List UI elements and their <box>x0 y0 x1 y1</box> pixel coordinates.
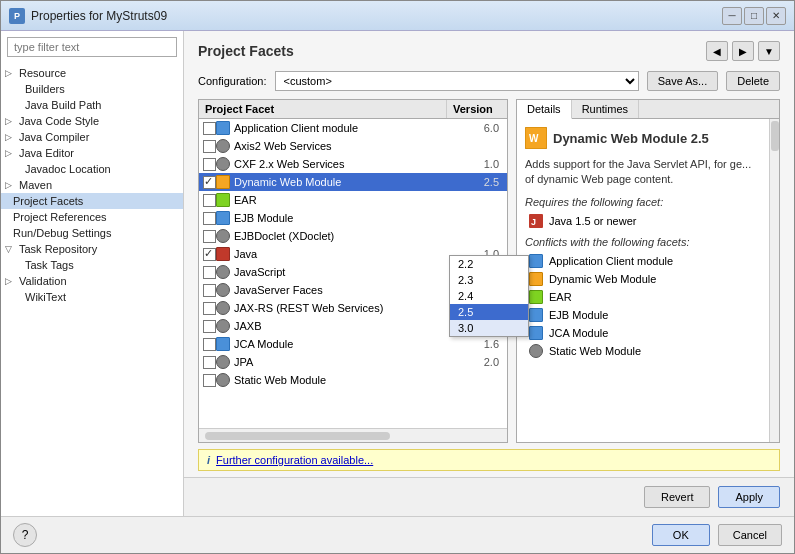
apply-button[interactable]: Apply <box>718 486 780 508</box>
version-option-22[interactable]: 2.2 <box>450 256 528 272</box>
sidebar-item-run-debug[interactable]: Run/Debug Settings <box>1 225 183 241</box>
window-icon: P <box>9 8 25 24</box>
sidebar-item-wikitext[interactable]: WikiText <box>1 289 183 305</box>
expand-icon: ▷ <box>5 68 15 78</box>
minimize-button[interactable]: ─ <box>722 7 742 25</box>
conflicts-item-ear: EAR <box>525 288 761 306</box>
sidebar-item-java-code-style[interactable]: ▷ Java Code Style <box>1 113 183 129</box>
main-window: P Properties for MyStruts09 ─ □ ✕ ▷ Reso… <box>0 0 795 554</box>
tab-details[interactable]: Details <box>517 100 572 119</box>
facets-area: Project Facet Version Application Client… <box>198 99 780 443</box>
facet-checkbox-jaxrs[interactable] <box>203 302 216 315</box>
facet-row-app-client[interactable]: Application Client module 6.0 <box>199 119 507 137</box>
nav-back-button[interactable]: ◀ <box>706 41 728 61</box>
tab-runtimes[interactable]: Runtimes <box>572 100 639 118</box>
conflicts-item-app-client: Application Client module <box>525 252 761 270</box>
facet-row-ejbdoclet[interactable]: EJBDoclet (XDoclet) <box>199 227 507 245</box>
jpa-icon <box>216 355 230 369</box>
version-option-24[interactable]: 2.4 <box>450 288 528 304</box>
version-option-23[interactable]: 2.3 <box>450 272 528 288</box>
sidebar-item-javadoc[interactable]: Javadoc Location <box>1 161 183 177</box>
facets-table: Project Facet Version Application Client… <box>198 99 508 443</box>
further-config-link[interactable]: Further configuration available... <box>216 454 373 466</box>
facet-row-static-web[interactable]: Static Web Module <box>199 371 507 389</box>
help-button[interactable]: ? <box>13 523 37 547</box>
expand-icon: ▷ <box>5 148 15 158</box>
java-icon <box>216 247 230 261</box>
conflicts-item-static-web: Static Web Module <box>525 342 761 360</box>
filter-input[interactable] <box>7 37 177 57</box>
sidebar-item-resource[interactable]: ▷ Resource <box>1 65 183 81</box>
facet-checkbox-jpa[interactable] <box>203 356 216 369</box>
facet-row-cxf[interactable]: CXF 2.x Web Services 1.0 <box>199 155 507 173</box>
save-as-button[interactable]: Save As... <box>647 71 719 91</box>
revert-button[interactable]: Revert <box>644 486 710 508</box>
footer-buttons: OK Cancel <box>652 524 782 546</box>
nav-menu-button[interactable]: ▼ <box>758 41 780 61</box>
facet-checkbox-app-client[interactable] <box>203 122 216 135</box>
sidebar-item-task-tags[interactable]: Task Tags <box>1 257 183 273</box>
ok-button[interactable]: OK <box>652 524 710 546</box>
sidebar-item-project-references[interactable]: Project References <box>1 209 183 225</box>
facet-row-jpa[interactable]: JPA 2.0 <box>199 353 507 371</box>
facet-checkbox-ear[interactable] <box>203 194 216 207</box>
sidebar-item-task-repository[interactable]: ▽ Task Repository <box>1 241 183 257</box>
expand-icon: ▷ <box>5 180 15 190</box>
web-icon <box>216 175 230 189</box>
details-scrollbar[interactable] <box>769 119 779 442</box>
nav-forward-button[interactable]: ▶ <box>732 41 754 61</box>
delete-button[interactable]: Delete <box>726 71 780 91</box>
gear-icon <box>529 344 543 358</box>
details-title: W Dynamic Web Module 2.5 <box>525 127 761 149</box>
version-dropdown: 2.2 2.3 2.4 2.5 3.0 <box>449 255 529 337</box>
facet-row-dynamic-web[interactable]: Dynamic Web Module 2.5 <box>199 173 507 191</box>
java-req-icon: J <box>529 214 543 228</box>
sidebar-item-builders[interactable]: Builders <box>1 81 183 97</box>
sidebar-item-project-facets[interactable]: Project Facets <box>1 193 183 209</box>
version-option-30[interactable]: 3.0 <box>450 320 528 336</box>
cancel-button[interactable]: Cancel <box>718 524 782 546</box>
config-row: Configuration: <custom> Save As... Delet… <box>184 67 794 99</box>
facet-row-jca[interactable]: JCA Module 1.6 <box>199 335 507 353</box>
col-header-version: Version <box>447 100 507 118</box>
col-header-facet: Project Facet <box>199 100 447 118</box>
dynamic-web-icon: W <box>525 127 547 149</box>
facet-checkbox-java[interactable] <box>203 248 216 261</box>
facet-row-ear[interactable]: EAR <box>199 191 507 209</box>
facet-checkbox-cxf[interactable] <box>203 158 216 171</box>
gear-icon <box>216 301 230 315</box>
details-content: W Dynamic Web Module 2.5 Adds support fo… <box>517 119 769 442</box>
facet-checkbox-axis2[interactable] <box>203 140 216 153</box>
module-icon <box>529 254 543 268</box>
facet-row-ejb[interactable]: EJB Module <box>199 209 507 227</box>
sidebar-tree: ▷ Resource Builders Java Build Path ▷ Ja… <box>1 63 183 516</box>
sidebar-item-validation[interactable]: ▷ Validation <box>1 273 183 289</box>
sidebar-item-java-build-path[interactable]: Java Build Path <box>1 97 183 113</box>
conflicts-item-ejb: EJB Module <box>525 306 761 324</box>
facet-checkbox-dynamic-web[interactable] <box>203 176 216 189</box>
title-bar-left: P Properties for MyStruts09 <box>9 8 167 24</box>
sidebar-item-maven[interactable]: ▷ Maven <box>1 177 183 193</box>
version-option-25[interactable]: 2.5 <box>450 304 528 320</box>
expand-icon: ▽ <box>5 244 15 254</box>
web-icon <box>529 272 543 286</box>
facet-checkbox-ejbdoclet[interactable] <box>203 230 216 243</box>
maximize-button[interactable]: □ <box>744 7 764 25</box>
horizontal-scrollbar[interactable] <box>199 428 507 442</box>
facet-checkbox-jca[interactable] <box>203 338 216 351</box>
facet-checkbox-javascript[interactable] <box>203 266 216 279</box>
config-select[interactable]: <custom> <box>275 71 639 91</box>
facet-checkbox-ejb[interactable] <box>203 212 216 225</box>
sidebar-item-java-editor[interactable]: ▷ Java Editor <box>1 145 183 161</box>
close-button[interactable]: ✕ <box>766 7 786 25</box>
facets-table-header: Project Facet Version <box>199 100 507 119</box>
svg-text:J: J <box>531 217 536 227</box>
panel-header: Project Facets ◀ ▶ ▼ <box>184 31 794 67</box>
facet-checkbox-jsf[interactable] <box>203 284 216 297</box>
ear-icon <box>216 193 230 207</box>
facet-row-axis2[interactable]: Axis2 Web Services <box>199 137 507 155</box>
sidebar-item-java-compiler[interactable]: ▷ Java Compiler <box>1 129 183 145</box>
gear-icon <box>216 265 230 279</box>
facet-checkbox-jaxb[interactable] <box>203 320 216 333</box>
facet-checkbox-static-web[interactable] <box>203 374 216 387</box>
